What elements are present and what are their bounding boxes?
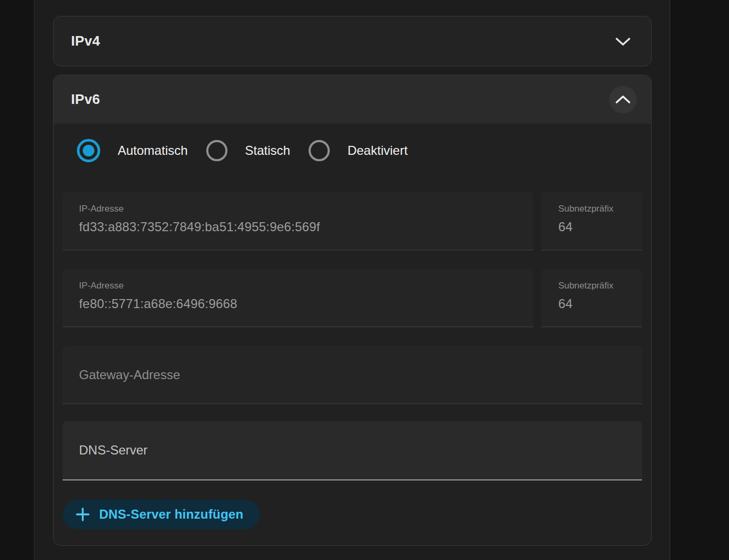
radio-label: Statisch	[245, 143, 290, 158]
address-row: IP-Adresse fe80::5771:a68e:6496:9668 Sub…	[63, 269, 642, 327]
radio-unselected-icon[interactable]	[206, 140, 227, 161]
plus-icon	[75, 506, 91, 522]
chevron-down-icon	[614, 36, 632, 47]
ipv4-expand-button[interactable]	[609, 28, 637, 55]
subnet-prefix-label: Subnetzpräfix	[558, 204, 637, 214]
radio-unselected-icon[interactable]	[309, 140, 330, 161]
subnet-prefix-field[interactable]: Subnetzpräfix 64	[541, 192, 642, 250]
subnet-prefix-field[interactable]: Subnetzpräfix 64	[541, 269, 642, 327]
ipv6-section-body: Automatisch Statisch Deaktiviert IP-Adre…	[54, 139, 651, 529]
radio-option-statisch[interactable]: Statisch	[206, 140, 290, 161]
ip-address-label: IP-Adresse	[79, 204, 528, 214]
ipv6-collapse-button[interactable]	[609, 86, 637, 113]
chevron-up-icon	[614, 94, 632, 106]
subnet-prefix-value: 64	[558, 296, 637, 311]
gateway-address-field-container	[63, 346, 642, 404]
dns-server-field-container	[63, 421, 642, 480]
settings-panel: IPv4 IPv6	[34, 0, 670, 560]
ip-address-value: fd33:a883:7352:7849:ba51:4955:9e6:569f	[79, 220, 528, 234]
ipv6-section-header[interactable]: IPv6	[54, 75, 651, 124]
ipv6-section: IPv6 Automatisch	[53, 75, 652, 546]
dns-server-input[interactable]	[63, 443, 642, 458]
add-dns-server-label: DNS-Server hinzufügen	[99, 507, 243, 522]
settings-content: IPv4 IPv6	[34, 0, 670, 546]
subnet-prefix-label: Subnetzpräfix	[558, 281, 637, 291]
gateway-address-input[interactable]	[63, 368, 642, 382]
ipv4-section-header[interactable]: IPv4	[53, 16, 652, 66]
radio-selected-icon[interactable]	[77, 139, 100, 162]
ip-address-field[interactable]: IP-Adresse fd33:a883:7352:7849:ba51:4955…	[63, 192, 533, 250]
radio-label: Deaktiviert	[347, 143, 407, 158]
subnet-prefix-value: 64	[558, 220, 637, 234]
ipv6-section-title: IPv6	[71, 91, 100, 108]
ipv6-mode-radio-group: Automatisch Statisch Deaktiviert	[63, 139, 642, 162]
ip-address-field[interactable]: IP-Adresse fe80::5771:a68e:6496:9668	[63, 269, 533, 327]
add-dns-server-button[interactable]: DNS-Server hinzufügen	[63, 500, 260, 529]
ipv4-section-title: IPv4	[71, 33, 100, 49]
radio-option-automatisch[interactable]: Automatisch	[77, 139, 188, 162]
address-row: IP-Adresse fd33:a883:7352:7849:ba51:4955…	[63, 192, 642, 250]
ip-address-value: fe80::5771:a68e:6496:9668	[79, 296, 528, 311]
radio-label: Automatisch	[118, 143, 188, 158]
radio-dot	[83, 145, 94, 156]
radio-option-deaktiviert[interactable]: Deaktiviert	[309, 140, 407, 161]
ip-address-label: IP-Adresse	[79, 281, 528, 291]
network-settings-page: { "colors": { "accent_radio": "#1a9cd3",…	[0, 0, 729, 560]
